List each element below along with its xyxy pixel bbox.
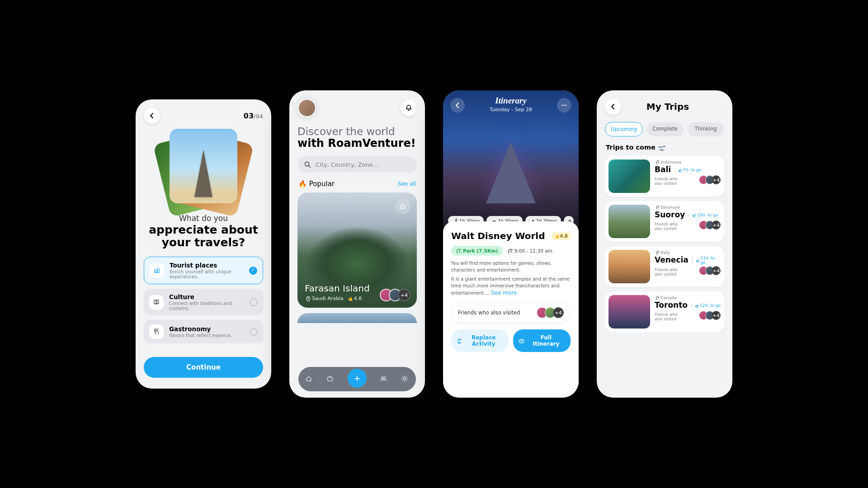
plane-icon [694,303,699,308]
trip-country: Italy [655,250,721,255]
more-button[interactable] [557,98,571,113]
radio-unselected [250,328,258,336]
trip-friends-label: Friends who also visited [655,222,678,231]
pin-icon [655,160,659,164]
park-chip: Park (7.5Km) [451,246,503,256]
visitors-avatars: +4 [383,289,410,301]
description-1: You will find more options for games, sh… [451,260,571,273]
plane-icon [695,258,700,263]
tab-add[interactable]: ＋ [348,369,367,388]
hours-chip: 9:00 - 11:30 am [507,248,552,253]
clock-icon [507,248,513,253]
users-icon [380,375,388,383]
notifications-button[interactable] [401,100,417,116]
trip-city: Suoroy [655,210,685,219]
pin-icon [655,296,659,300]
tab-settings[interactable] [401,375,409,383]
tab-social[interactable] [380,375,388,383]
trip-city: Bali [655,165,671,174]
trip-city: Toronto [655,300,688,310]
search-icon [304,161,311,168]
place-title: Walt Disney World [451,230,545,241]
book-icon [149,295,164,310]
trip-thumb [609,205,650,238]
plane-icon [678,168,682,172]
option-gastronomy[interactable]: Gastronomyflavors that reflect essence. [144,320,263,343]
option-tourist[interactable]: Tourist placesEnrich yourself with uniqu… [144,257,263,284]
trip-card[interactable]: Indonesia Bali 7d. to go Friends who als… [605,156,724,197]
star-icon [347,296,352,301]
popular-label: 🔥 Popular [298,180,335,188]
trip-togo: 11d. to go [692,256,721,265]
back-button[interactable] [144,108,160,124]
back-button[interactable] [450,98,465,113]
star-icon [554,234,559,238]
replace-activity-button[interactable]: Replace Activity [451,329,509,352]
pin-icon [305,296,310,301]
chevron-left-icon [609,103,617,110]
trip-thumb [609,250,650,283]
chevron-left-icon [148,112,156,119]
tab-upcoming[interactable]: Upcoming [605,122,643,136]
discover-heading: Discover the world with RoamVenture! [297,126,417,150]
star-outline-icon [399,203,406,210]
dots-icon [561,102,568,109]
trip-togo: 7d. to go [675,168,701,172]
trip-country: Denmark [655,205,721,210]
friends-card[interactable]: Friends who also visited +4 [451,302,571,323]
bell-icon [405,104,412,112]
trip-friends-label: Friends who also visited [655,267,678,277]
clock-icon [456,248,461,253]
search-input[interactable]: City, Country, Zone... [297,156,417,173]
landmark-icon [150,263,164,278]
profile-avatar[interactable] [297,99,316,117]
see-more-link[interactable]: See more [491,290,517,296]
trip-country: Indonesia [655,160,721,164]
trip-friends-avatars: +4 [702,266,721,275]
description-2: It is a giant entertainment complex and … [451,276,571,297]
home-icon [305,375,313,383]
pin-icon [655,250,659,255]
rating-badge: 4.8 [552,232,571,240]
full-itinerary-button[interactable]: Full Itinerary [513,329,571,352]
next-card-peek[interactable] [297,313,417,323]
trip-friends-label: Friends who also visited [655,177,678,186]
section-label: Trips to come 🛫 [606,144,723,151]
friends-avatars: +4 [539,307,564,318]
chevron-left-icon [454,102,461,109]
tab-thinking[interactable]: Thinking [687,122,724,136]
see-all-link[interactable]: See all [398,181,416,187]
trip-thumb [609,295,650,328]
option-culture[interactable]: CultureConnect with traditions and custo… [144,289,263,315]
tabbar: ＋ [298,367,416,391]
popular-card[interactable]: Farasan Island Saudi Arabia 4.8 +4 [297,192,417,308]
refresh-icon [456,338,461,344]
briefcase-icon [326,375,335,383]
onboarding-title: What do you appreciate aboutyour travels… [144,214,263,249]
trip-thumb [609,160,650,193]
continue-button[interactable]: Continue [144,357,263,378]
trip-card[interactable]: Denmark Suoroy 10d. to go Friends who al… [605,201,724,242]
trip-card[interactable]: Italy Venecia 11d. to go Friends who als… [605,246,724,287]
trip-togo: 12d. to go [691,303,721,308]
back-button[interactable] [605,99,621,115]
card-title: Farasan Island [305,283,370,294]
trip-card[interactable]: Canada Toronto 12d. to go Friends who al… [605,291,724,332]
screen-discover: Discover the world with RoamVenture! Cit… [289,90,425,398]
radio-selected [249,267,257,275]
tab-complete[interactable]: Complete [646,122,684,136]
trip-friends-avatars: +4 [702,311,721,320]
page-title: My Trips [627,101,724,112]
plane-icon [692,213,696,217]
trip-friends-label: Friends who also visited [655,312,678,321]
itinerary-date: Tuesday - Sep 28 [490,107,532,113]
tab-home[interactable] [305,375,313,383]
eye-icon [518,338,524,344]
tab-trips[interactable] [326,375,335,383]
itinerary-hero: Itinerary Tuesday - Sep 28 1h 30min 1h 3… [443,90,579,230]
trip-friends-avatars: +4 [702,175,721,184]
eiffel-illustration [194,150,212,197]
trip-friends-avatars: +4 [702,221,721,230]
favorite-button[interactable] [395,199,410,214]
trip-togo: 10d. to go [689,213,718,217]
